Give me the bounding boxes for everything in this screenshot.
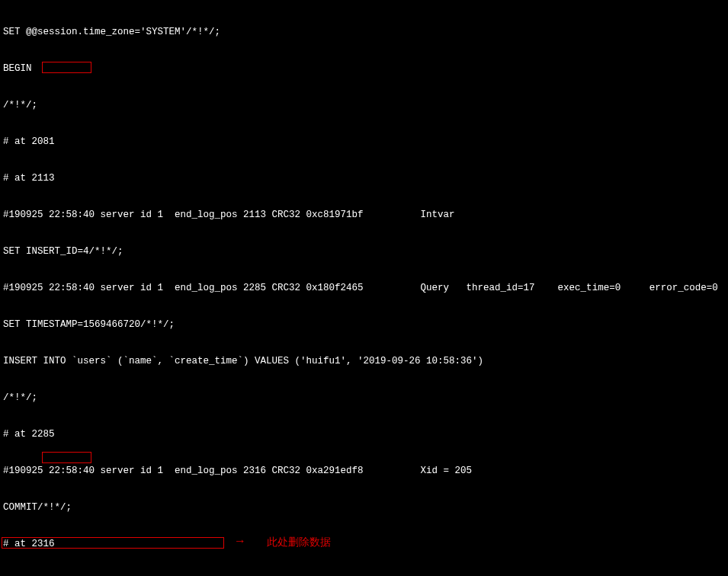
log-line: INSERT INTO `users` (`name`, `create_tim… — [3, 355, 725, 367]
log-line: /*!*/; — [3, 99, 725, 111]
log-line: #190925 22:58:40 server id 1 end_log_pos… — [3, 282, 725, 294]
log-line: SET TIMESTAMP=1569466720/*!*/; — [3, 318, 725, 331]
log-line: /*!*/; — [3, 392, 725, 404]
timestamp-highlight-2 — [42, 452, 91, 463]
log-line: SET INSERT_ID=4/*!*/; — [3, 245, 725, 258]
arrow-icon: → — [236, 536, 244, 548]
annotation-label: 此处删除数据 — [267, 536, 331, 548]
terminal-output[interactable]: SET @@session.time_zone='SYSTEM'/*!*/; B… — [0, 0, 728, 576]
log-line: # at 2113 — [3, 172, 725, 184]
log-line: SET @@session.time_zone='SYSTEM'/*!*/; — [3, 26, 725, 38]
log-line: # at 2285 — [3, 428, 725, 440]
log-line: COMMIT/*!*/; — [3, 501, 725, 514]
log-line: # at 2081 — [3, 136, 725, 148]
log-line: # at 2316 — [3, 538, 725, 550]
log-line: BEGIN — [3, 62, 725, 75]
log-line: #190925 22:58:40 server id 1 end_log_pos… — [3, 209, 725, 221]
log-line: #190925 22:58:40 server id 1 end_log_pos… — [3, 465, 725, 477]
